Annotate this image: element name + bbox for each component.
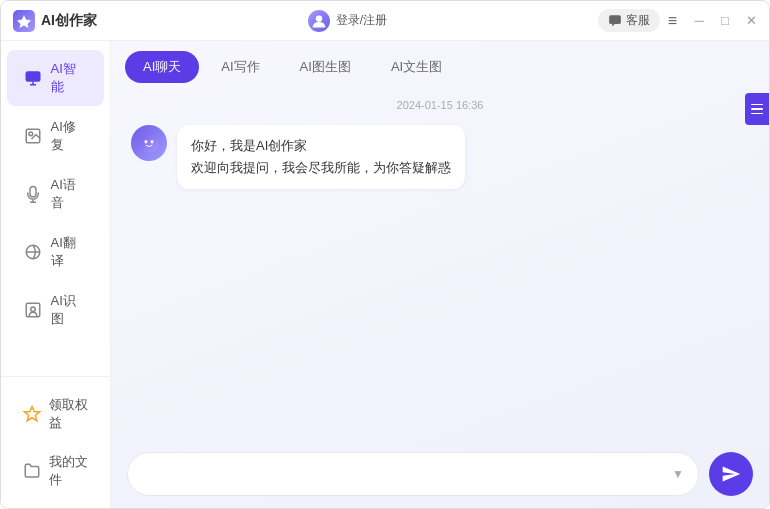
- tab-bar: AI聊天 AI写作 AI图生图 AI文生图: [111, 41, 769, 83]
- tab-ai-image[interactable]: AI图生图: [282, 51, 369, 83]
- benefits-icon: [23, 404, 41, 424]
- close-button[interactable]: ✕: [745, 15, 757, 27]
- sidebar-item-ai-smart[interactable]: AI智能: [7, 50, 104, 106]
- title-bar-left: AI创作家: [13, 10, 97, 32]
- ai-translate-icon: [23, 242, 43, 262]
- tab-ai-text-image[interactable]: AI文生图: [373, 51, 460, 83]
- send-button[interactable]: [709, 452, 753, 496]
- login-label[interactable]: 登录/注册: [336, 12, 387, 29]
- message-line2: 欢迎向我提问，我会尽我所能，为你答疑解惑: [191, 157, 451, 179]
- user-avatar: [308, 10, 330, 32]
- svg-point-1: [315, 15, 321, 21]
- chat-message: 你好，我是AI创作家 欢迎向我提问，我会尽我所能，为你答疑解惑: [131, 125, 749, 189]
- sidebar-bottom: 领取权益 我的文件: [1, 376, 110, 500]
- minimize-button[interactable]: ─: [693, 15, 705, 27]
- app-logo: [13, 10, 35, 32]
- svg-rect-7: [26, 303, 40, 317]
- svg-point-5: [29, 132, 33, 136]
- sidebar-item-ai-recognize[interactable]: AI识图: [7, 282, 104, 338]
- sidebar-item-ai-translate[interactable]: AI翻译: [7, 224, 104, 280]
- app-window: AI创作家 登录/注册 客服 ≡ ─ □ ✕: [0, 0, 770, 509]
- sidebar-item-get-benefits[interactable]: 领取权益: [7, 386, 104, 442]
- menu-icon: [751, 104, 763, 115]
- dropdown-arrow-icon[interactable]: ▼: [672, 467, 684, 481]
- tab-ai-chat[interactable]: AI聊天: [125, 51, 199, 83]
- app-title: AI创作家: [41, 12, 97, 30]
- title-bar: AI创作家 登录/注册 客服 ≡ ─ □ ✕: [1, 1, 769, 41]
- chat-input[interactable]: [142, 467, 672, 482]
- ai-smart-icon: [23, 68, 43, 88]
- files-icon: [23, 461, 41, 481]
- ai-audio-icon: [23, 184, 43, 204]
- sidebar-ai-repair-label: AI修复: [51, 118, 88, 154]
- svg-point-10: [139, 133, 159, 153]
- sidebar-ai-translate-label: AI翻译: [51, 234, 88, 270]
- svg-point-8: [31, 307, 36, 312]
- sidebar: AI智能 AI修复 AI语音 AI翻译: [1, 41, 111, 508]
- sidebar-ai-recognize-label: AI识图: [51, 292, 88, 328]
- sidebar-item-my-files[interactable]: 我的文件: [7, 443, 104, 499]
- main-body: AI智能 AI修复 AI语音 AI翻译: [1, 41, 769, 508]
- bot-avatar: [131, 125, 167, 161]
- window-controls: ─ □ ✕: [693, 15, 757, 27]
- ai-repair-icon: [23, 126, 43, 146]
- tab-ai-write[interactable]: AI写作: [203, 51, 277, 83]
- sidebar-benefits-label: 领取权益: [49, 396, 88, 432]
- message-line1: 你好，我是AI创作家: [191, 135, 451, 157]
- chat-timestamp: 2024-01-15 16:36: [131, 99, 749, 111]
- title-bar-center: 登录/注册: [308, 10, 387, 32]
- input-wrapper: ▼: [127, 452, 699, 496]
- sidebar-ai-smart-label: AI智能: [51, 60, 88, 96]
- svg-rect-3: [25, 71, 40, 82]
- menu-icon[interactable]: ≡: [668, 12, 677, 30]
- svg-marker-9: [25, 407, 40, 421]
- title-bar-right: 客服 ≡ ─ □ ✕: [598, 9, 757, 32]
- service-button[interactable]: 客服: [598, 9, 660, 32]
- chat-area: 2024-01-15 16:36: [111, 83, 769, 440]
- content-area: AI聊天 AI写作 AI图生图 AI文生图: [111, 41, 769, 508]
- svg-point-12: [151, 140, 154, 144]
- sidebar-item-ai-audio[interactable]: AI语音: [7, 166, 104, 222]
- svg-marker-0: [17, 15, 31, 28]
- service-label: 客服: [626, 12, 650, 29]
- ai-recognize-icon: [23, 300, 43, 320]
- sidebar-ai-audio-label: AI语音: [51, 176, 88, 212]
- sidebar-files-label: 我的文件: [49, 453, 88, 489]
- message-bubble: 你好，我是AI创作家 欢迎向我提问，我会尽我所能，为你答疑解惑: [177, 125, 465, 189]
- side-panel-button[interactable]: [745, 93, 769, 125]
- sidebar-item-ai-repair[interactable]: AI修复: [7, 108, 104, 164]
- svg-point-11: [144, 140, 147, 144]
- input-area: ▼: [111, 440, 769, 508]
- maximize-button[interactable]: □: [719, 15, 731, 27]
